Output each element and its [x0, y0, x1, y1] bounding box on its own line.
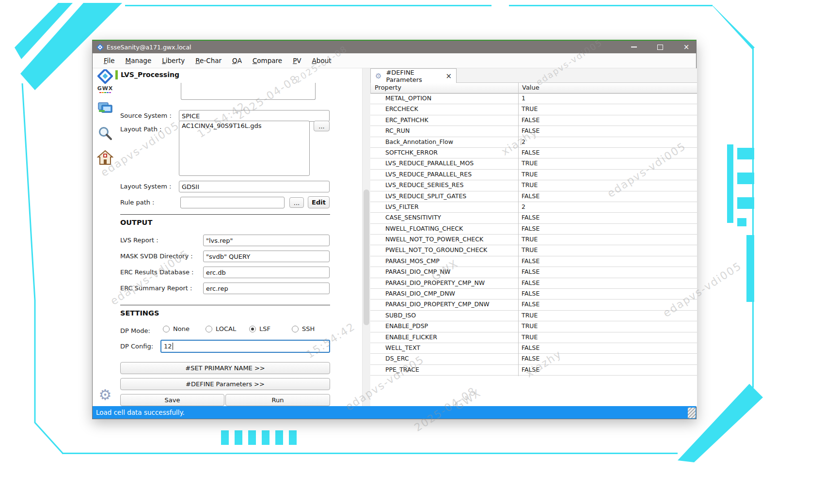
cell-property: ENABLE_PDSP — [385, 322, 428, 330]
erc-results-label: ERC Results Database : — [120, 268, 193, 276]
radio-icon — [292, 326, 299, 332]
table-row[interactable]: WELL_TEXT FALSE — [370, 343, 697, 354]
search-icon[interactable] — [95, 126, 115, 142]
table-row[interactable]: METAL_OPTION 1 — [370, 94, 697, 104]
app-window-icon — [96, 44, 104, 51]
table-row[interactable]: SOFTCHK_ERROR FALSE — [370, 148, 697, 158]
settings-gear-icon[interactable]: ⚙ — [95, 386, 115, 403]
table-row[interactable]: PARASI_DIO_CMP_DNW FALSE — [370, 289, 697, 299]
table-row[interactable]: PARASI_DIO_CMP_NW FALSE — [370, 267, 697, 278]
menu-item[interactable]: Re-Char — [190, 55, 227, 66]
maximize-button[interactable] — [655, 43, 665, 51]
menu-item[interactable]: File — [98, 55, 120, 66]
clipped-textarea[interactable] — [181, 83, 316, 100]
cell-value: FALSE — [522, 192, 539, 200]
rule-path-input[interactable] — [180, 197, 285, 208]
menu-item[interactable]: Liberty — [157, 55, 190, 66]
tab-close-icon[interactable]: × — [445, 72, 452, 80]
scrollbar-thumb[interactable] — [364, 189, 369, 325]
dp-config-label: DP Config: — [120, 343, 153, 350]
main-content: GWX — [93, 68, 696, 407]
dp-mode-option[interactable]: None — [163, 325, 190, 332]
table-row[interactable]: LVS_REDUCE_SERIES_RES TRUE — [370, 180, 697, 191]
erc-results-input[interactable] — [203, 267, 330, 278]
table-row[interactable]: Back_Annotation_Flow 2 — [370, 137, 697, 148]
menu-item[interactable]: Manage — [120, 55, 157, 66]
cell-value: FALSE — [522, 290, 539, 297]
close-button[interactable]: × — [681, 43, 691, 51]
left-panel-scrollbar[interactable] — [362, 68, 370, 407]
cell-value: FALSE — [522, 344, 539, 351]
minimize-button[interactable] — [629, 43, 639, 51]
table-row[interactable]: LVS_FILTER 2 — [370, 202, 697, 213]
rule-path-edit-button[interactable]: Edit — [308, 196, 330, 208]
column-separator — [518, 83, 519, 376]
mask-svdb-input[interactable] — [203, 251, 330, 262]
table-row[interactable]: SUBD_ISO TRUE — [370, 311, 697, 321]
frame-top-line-right — [509, 5, 713, 6]
table-row[interactable]: RC_RUN FALSE — [370, 126, 697, 137]
cell-value: TRUE — [522, 159, 538, 167]
dp-mode-option[interactable]: LOCAL — [206, 325, 236, 332]
cell-property: LVS_FILTER — [385, 203, 419, 210]
table-row[interactable]: NWELL_FLOATING_CHECK FALSE — [370, 224, 697, 235]
cell-property: ERCCHECK — [385, 105, 418, 112]
table-row[interactable]: PARASI_DIO_PROPERTY_CMP_DNW FALSE — [370, 299, 697, 310]
frame-right-tab1 — [737, 148, 754, 159]
tab-define-parameters[interactable]: ⚙ #DEFINE Parameters × — [370, 68, 457, 83]
cell-property: SUBD_ISO — [385, 312, 416, 319]
cell-property: WELL_TEXT — [385, 344, 420, 351]
table-row[interactable]: ENABLE_PDSP TRUE — [370, 321, 697, 332]
erc-summary-input[interactable] — [203, 283, 330, 294]
table-row[interactable]: NWELL_NOT_TO_POWER_CHECK TRUE — [370, 235, 697, 245]
table-row[interactable]: ERC_PATHCHK FALSE — [370, 115, 697, 126]
layout-path-browse-button[interactable]: ... — [314, 121, 330, 131]
menu-item[interactable]: Compare — [247, 55, 287, 66]
cell-property: ENABLE_FLICKER — [385, 333, 437, 341]
run-button[interactable]: Run — [225, 394, 330, 406]
table-row[interactable]: ERCCHECK TRUE — [370, 104, 697, 115]
table-row[interactable]: LVS_REDUCE_SPLIT_GATES FALSE — [370, 191, 697, 202]
cell-property: DS_ERC — [385, 355, 409, 362]
table-row[interactable]: ENABLE_FLICKER TRUE — [370, 332, 697, 343]
layout-system-label: Layout System : — [120, 183, 171, 190]
title-bar[interactable]: EsseSanity@a171.gwx.local × — [93, 41, 696, 53]
displays-icon[interactable] — [95, 101, 115, 116]
table-row[interactable]: LVS_REDUCE_PARALLEL_RES TRUE — [370, 170, 697, 180]
rule-path-browse-button[interactable]: ... — [289, 197, 304, 208]
cell-property: LVS_REDUCE_SPLIT_GATES — [385, 192, 466, 200]
source-system-input[interactable] — [179, 110, 330, 122]
dp-mode-option[interactable]: SSH — [292, 325, 315, 332]
dp-mode-option[interactable]: LSF — [249, 325, 270, 332]
frame-bottom-line — [62, 453, 678, 454]
table-row[interactable]: CASE_SENSITIVITY FALSE — [370, 213, 697, 223]
cell-value: TRUE — [522, 312, 538, 319]
dp-config-input[interactable]: 12 — [160, 340, 330, 353]
layout-system-input[interactable] — [179, 181, 330, 192]
frame-bottom-chip-4 — [262, 430, 269, 445]
home-icon[interactable] — [95, 150, 115, 167]
set-primary-name-button[interactable]: #SET PRIMARY NAME >> — [120, 362, 330, 374]
table-row[interactable]: PPE_TRACE FALSE — [370, 365, 697, 376]
frame-top-right-diagonal — [712, 5, 755, 49]
table-row[interactable]: PARASI_MOS_CMP FALSE — [370, 256, 697, 267]
settings-section-title: SETTINGS — [120, 309, 159, 317]
menu-item[interactable]: PV — [287, 55, 306, 66]
lvs-form-panel: GWX — [93, 68, 362, 407]
table-row[interactable]: LVS_REDUCE_PARALLEL_MOS TRUE — [370, 158, 697, 169]
define-parameters-button[interactable]: #DEFINE Parameters >> — [120, 378, 330, 390]
cell-value: FALSE — [522, 214, 539, 221]
table-row[interactable]: PARASI_DIO_PROPERTY_CMP_NW FALSE — [370, 278, 697, 289]
table-row[interactable]: PWELL_NOT_TO_GROUND_CHECK TRUE — [370, 245, 697, 256]
menu-item[interactable]: QA — [227, 55, 247, 66]
table-row[interactable]: DS_ERC FALSE — [370, 354, 697, 364]
save-button[interactable]: Save — [120, 394, 224, 406]
cell-property: LVS_REDUCE_PARALLEL_MOS — [385, 159, 474, 167]
cell-value: FALSE — [522, 257, 539, 265]
lvs-report-input[interactable] — [203, 235, 330, 246]
cell-property: CASE_SENSITIVITY — [385, 214, 441, 221]
menu-item[interactable]: About — [307, 55, 337, 66]
layout-path-textarea[interactable]: AC1CINV4_90S9T16L.gds — [179, 121, 310, 176]
gwx-logo[interactable]: GWX — [95, 69, 115, 93]
resize-grip-icon[interactable] — [688, 408, 696, 418]
